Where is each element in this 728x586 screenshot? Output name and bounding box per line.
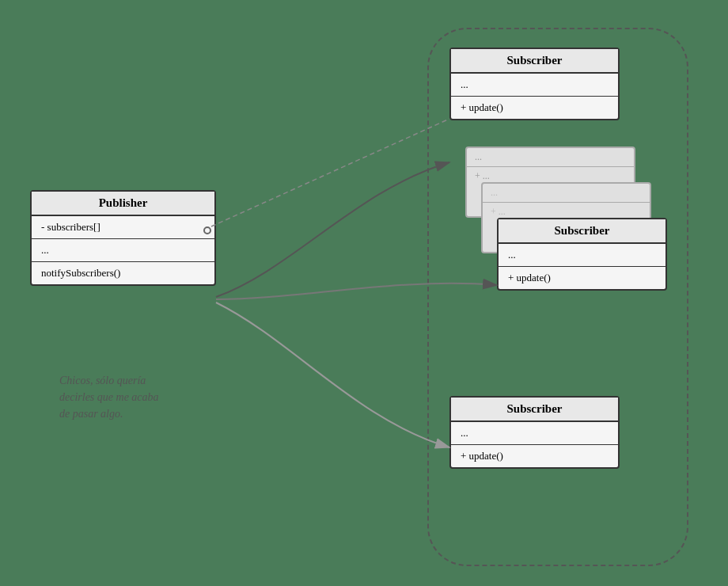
caption-text: Chicos, sólo queríadecirles que me acaba… [59, 372, 159, 422]
ghost2-section1: ... [483, 184, 650, 203]
publisher-section2: ... [32, 239, 214, 262]
subscriber-bottom-box: Subscriber ... + update() [449, 396, 620, 469]
publisher-section3: notifySubscribers() [32, 262, 214, 284]
publisher-box: Publisher - subscribers[] ... notifySubs… [30, 190, 216, 286]
subscriber-mid-box: Subscriber ... + update() [497, 218, 667, 291]
ghost1-section1: ... [467, 148, 634, 167]
subscriber-top-section1: ... [451, 74, 618, 97]
subscriber-bottom-section1: ... [451, 422, 618, 445]
publisher-section1: - subscribers[] [32, 216, 214, 239]
subscriber-mid-section1: ... [499, 244, 665, 267]
publisher-title: Publisher [32, 192, 214, 216]
caption-line1: Chicos, sólo queríadecirles que me acaba… [59, 375, 159, 420]
svg-line-2 [211, 119, 449, 226]
subscriber-top-title: Subscriber [451, 49, 618, 74]
subscriber-top-section2: + update() [451, 97, 618, 119]
diagram-container: ... + ... ... + ... Publisher - subscrib… [16, 16, 712, 570]
connector-circle [203, 226, 211, 234]
subscriber-bottom-section2: + update() [451, 445, 618, 467]
subscriber-mid-section2: + update() [499, 267, 665, 289]
subscriber-bottom-title: Subscriber [451, 398, 618, 422]
subscriber-mid-title: Subscriber [499, 219, 665, 244]
subscriber-top-box: Subscriber ... + update() [449, 48, 620, 120]
